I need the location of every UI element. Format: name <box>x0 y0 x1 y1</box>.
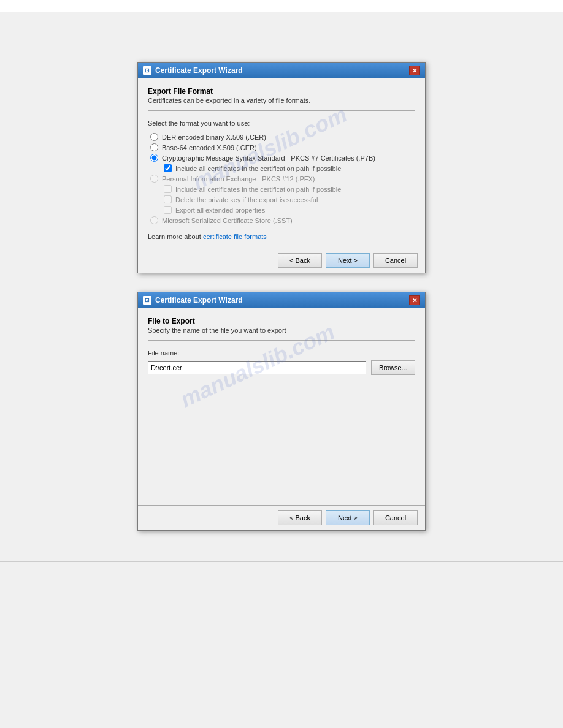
dialog1-section-desc: Certificates can be exported in a variet… <box>148 97 415 104</box>
dialog2-body: File to Export Specify the name of the f… <box>138 308 425 505</box>
dialog1-back-button[interactable]: < Back <box>278 253 322 268</box>
browse-button[interactable]: Browse... <box>371 360 415 375</box>
dialog2-footer: < Back Next > Cancel <box>138 505 425 530</box>
radio-der-input[interactable] <box>150 133 158 141</box>
dialog2-icon: ⊡ <box>143 296 151 305</box>
dialog2-back-button[interactable]: < Back <box>278 510 322 525</box>
dialog2-cancel-button[interactable]: Cancel <box>373 510 418 525</box>
dialog1-close-button[interactable]: ✕ <box>409 66 420 75</box>
dialog1-section-header: Export File Format Certificates can be e… <box>148 87 415 104</box>
dialog2-spacer <box>148 375 415 498</box>
bottom-rule <box>0 561 563 562</box>
radio-pkcs7-label: Cryptographic Message Syntax Standard - … <box>162 154 375 162</box>
checkbox-include-certs-pfx: Include all certificates in the certific… <box>148 185 415 193</box>
dialog1-icon: ⊡ <box>143 66 151 75</box>
radio-sst[interactable]: Microsoft Serialized Certificate Store (… <box>148 216 415 224</box>
dialog1-select-label: Select the format you want to use: <box>148 119 415 127</box>
radio-pkcs12[interactable]: Personal Information Exchange - PKCS #12… <box>148 175 415 183</box>
dialog2-section-desc: Specify the name of the file you want to… <box>148 327 415 334</box>
checkbox-delete-key-input[interactable] <box>164 195 172 203</box>
dialog2-next-button[interactable]: Next > <box>326 510 370 525</box>
radio-pkcs7[interactable]: Cryptographic Message Syntax Standard - … <box>148 154 415 162</box>
file-export-dialog: ⊡ Certificate Export Wizard ✕ File to Ex… <box>137 292 426 531</box>
checkbox-export-extended-input[interactable] <box>164 206 172 214</box>
learn-more-section: Learn more about certificate file format… <box>148 233 415 240</box>
dialog2-title: Certificate Export Wizard <box>155 296 243 305</box>
dialog1-footer: < Back Next > Cancel <box>138 248 425 273</box>
dialog2-divider <box>148 340 415 341</box>
top-rule <box>0 31 563 31</box>
radio-sst-input[interactable] <box>150 216 158 224</box>
dialog2-section-title: File to Export <box>148 317 415 325</box>
checkbox-include-certs-pkcs7-input[interactable] <box>164 164 172 172</box>
checkbox-export-extended-label: Export all extended properties <box>175 207 265 214</box>
radio-base64[interactable]: Base-64 encoded X.509 (.CER) <box>148 143 415 151</box>
radio-base64-label: Base-64 encoded X.509 (.CER) <box>162 144 257 151</box>
dialog1-container: ⊡ Certificate Export Wizard ✕ Export Fil… <box>137 62 426 273</box>
dialog2-titlebar: ⊡ Certificate Export Wizard ✕ <box>138 292 425 308</box>
checkbox-include-certs-pfx-input[interactable] <box>164 185 172 193</box>
file-row: Browse... <box>148 360 415 375</box>
checkbox-delete-key-label: Delete the private key if the export is … <box>175 196 318 203</box>
cert-formats-link[interactable]: certificate file formats <box>203 233 267 240</box>
dialog2-container: ⊡ Certificate Export Wizard ✕ File to Ex… <box>137 292 426 531</box>
dialog1-section-title: Export File Format <box>148 87 415 96</box>
dialog1-title: Certificate Export Wizard <box>155 66 243 75</box>
checkbox-export-extended: Export all extended properties <box>148 206 415 214</box>
checkbox-delete-key: Delete the private key if the export is … <box>148 195 415 203</box>
export-format-dialog: ⊡ Certificate Export Wizard ✕ Export Fil… <box>137 62 426 273</box>
dialog1-title-group: ⊡ Certificate Export Wizard <box>143 66 243 75</box>
checkbox-include-certs-pkcs7[interactable]: Include all certificates in the certific… <box>148 164 415 172</box>
file-label: File name: <box>148 349 415 357</box>
radio-pkcs7-input[interactable] <box>150 154 158 162</box>
radio-pkcs12-label: Personal Information Exchange - PKCS #12… <box>162 175 315 183</box>
learn-more-text: Learn more about <box>148 233 203 240</box>
dialog1-divider <box>148 110 415 111</box>
radio-pkcs12-input[interactable] <box>150 175 158 183</box>
dialog1-cancel-button[interactable]: Cancel <box>373 253 418 268</box>
radio-der[interactable]: DER encoded binary X.509 (.CER) <box>148 133 415 141</box>
checkbox-include-certs-pfx-label: Include all certificates in the certific… <box>175 186 341 193</box>
dialog1-titlebar: ⊡ Certificate Export Wizard ✕ <box>138 63 425 78</box>
radio-base64-input[interactable] <box>150 143 158 151</box>
dialog1-body: Export File Format Certificates can be e… <box>138 78 425 248</box>
radio-der-label: DER encoded binary X.509 (.CER) <box>162 134 266 141</box>
checkbox-include-certs-pkcs7-label: Include all certificates in the certific… <box>175 165 341 172</box>
radio-sst-label: Microsoft Serialized Certificate Store (… <box>162 217 293 224</box>
dialog2-title-group: ⊡ Certificate Export Wizard <box>143 296 243 305</box>
dialog2-close-button[interactable]: ✕ <box>409 295 420 305</box>
dialog1-next-button[interactable]: Next > <box>326 253 370 268</box>
file-name-input[interactable] <box>148 361 366 374</box>
dialog2-section-header: File to Export Specify the name of the f… <box>148 317 415 334</box>
